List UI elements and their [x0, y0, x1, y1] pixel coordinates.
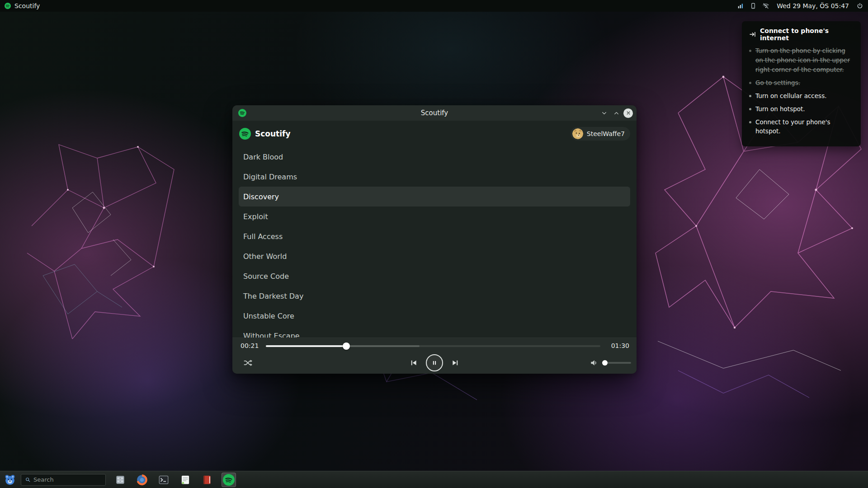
top-bar: Scoutify Wed 29 May, ÖS 05:47 [0, 0, 868, 12]
player-bar: 00:21 01:30 [232, 338, 637, 374]
notes-icon [179, 474, 191, 486]
skip-previous-icon [410, 359, 418, 367]
minimize-button[interactable] [599, 108, 609, 118]
spotify-icon [223, 474, 235, 486]
track-name: Without Escape [243, 332, 300, 338]
focused-app-title: Scoutify [14, 2, 40, 9]
progress-knob[interactable] [343, 343, 350, 350]
file-manager-icon [114, 474, 126, 486]
app-brand: Scoutify [239, 128, 291, 140]
task-item: Go to settings. [749, 78, 854, 88]
pause-icon [430, 359, 439, 367]
task-panel: Connect to phone's internet Turn on the … [742, 21, 861, 146]
close-icon [626, 110, 631, 116]
track-name: Digital Dreams [243, 173, 297, 181]
track-name: Discovery [243, 192, 279, 201]
track-row[interactable]: Dark Blood [239, 147, 630, 167]
power-icon[interactable] [856, 2, 863, 9]
phone-icon[interactable] [750, 2, 757, 9]
bear-menu-icon [4, 474, 16, 486]
desktop: Scoutify Wed 29 May, ÖS 05:47 Connect to… [0, 0, 868, 488]
focused-app-menu[interactable]: Scoutify [5, 2, 40, 9]
task-item: Turn on hotspot. [749, 104, 854, 114]
status-area: Wed 29 May, ÖS 05:47 [737, 2, 863, 9]
track-row[interactable]: Other World [239, 246, 630, 266]
previous-track-button[interactable] [409, 358, 419, 368]
bullet-icon [749, 82, 751, 84]
window-titlebar[interactable]: Scoutify [232, 105, 637, 121]
taskbar-firefox[interactable] [135, 473, 149, 487]
close-button[interactable] [623, 108, 633, 118]
scoutify-logo [239, 128, 251, 140]
elapsed-time: 00:21 [241, 342, 259, 349]
task-item: Connect to your phone's hotspot. [749, 117, 854, 136]
track-name: Dark Blood [243, 153, 283, 161]
window-controls [599, 108, 633, 118]
app-icon [5, 3, 11, 9]
app-header: Scoutify SteelWaffe7 [232, 121, 637, 147]
volume-knob[interactable] [602, 360, 608, 366]
pause-button[interactable] [426, 354, 443, 371]
taskbar-file-manager[interactable] [113, 473, 127, 487]
track-name: The Darkest Day [243, 292, 303, 300]
task-item: Turn on cellular access. [749, 91, 854, 101]
track-row[interactable]: Full Access [239, 226, 630, 246]
track-row[interactable]: Digital Dreams [239, 167, 630, 187]
track-name: Source Code [243, 272, 289, 281]
login-arrow-icon [749, 31, 756, 38]
taskbar-scoutify[interactable] [222, 473, 236, 487]
task-item: Turn on the phone by clicking on the pho… [749, 46, 854, 75]
chevron-up-icon [613, 110, 620, 117]
username: SteelWaffe7 [587, 130, 625, 137]
user-menu[interactable]: SteelWaffe7 [571, 127, 630, 141]
shuffle-button[interactable] [242, 358, 253, 369]
track-row[interactable]: Exploit [239, 206, 630, 226]
track-row[interactable]: Unstable Core [239, 306, 630, 326]
taskbar-search[interactable] [21, 474, 106, 486]
task-item-text: Go to settings. [755, 78, 800, 88]
track-name: Other World [243, 252, 287, 261]
volume-slider[interactable] [602, 360, 631, 366]
transport-controls [409, 354, 460, 371]
task-item-text: Connect to your phone's hotspot. [755, 117, 854, 136]
track-row[interactable]: Without Escape [239, 326, 630, 338]
taskbar [0, 471, 868, 488]
taskbar-apps [113, 473, 236, 487]
track-row[interactable]: Discovery [239, 187, 630, 206]
firefox-icon [136, 474, 148, 486]
start-menu-button[interactable] [4, 473, 18, 487]
task-item-text: Turn on the phone by clicking on the pho… [755, 46, 854, 75]
volume-icon[interactable] [590, 358, 599, 367]
track-row[interactable]: The Darkest Day [239, 286, 630, 306]
track-name: Full Access [243, 232, 283, 241]
task-panel-header: Connect to phone's internet [749, 27, 854, 42]
wifi-off-icon[interactable] [762, 2, 769, 9]
window-title: Scoutify [232, 109, 637, 117]
maximize-button[interactable] [611, 108, 621, 118]
bullet-icon [749, 121, 751, 123]
task-item-text: Turn on cellular access. [755, 91, 826, 101]
taskbar-notes[interactable] [178, 473, 193, 487]
progress-bar[interactable] [266, 343, 600, 350]
book-icon [201, 474, 213, 486]
shuffle-icon [243, 358, 253, 368]
scoutify-window: Scoutify Scoutify [232, 105, 637, 374]
track-name: Unstable Core [243, 312, 294, 320]
taskbar-reader[interactable] [200, 473, 214, 487]
terminal-icon [158, 474, 170, 486]
search-input[interactable] [33, 476, 102, 483]
doge-avatar-icon [572, 128, 583, 139]
track-list: Dark Blood Digital Dreams Discovery Expl… [232, 147, 637, 338]
search-icon [25, 477, 31, 483]
signal-bars-icon[interactable] [737, 2, 744, 9]
task-item-text: Turn on hotspot. [755, 104, 805, 114]
bullet-icon [749, 50, 751, 52]
track-row[interactable]: Source Code [239, 266, 630, 286]
clock[interactable]: Wed 29 May, ÖS 05:47 [775, 2, 851, 9]
taskbar-terminal[interactable] [156, 473, 171, 487]
volume-controls [590, 358, 631, 367]
skip-next-icon [451, 359, 459, 367]
next-track-button[interactable] [450, 358, 460, 368]
task-list: Turn on the phone by clicking on the pho… [749, 46, 854, 136]
chevron-down-icon [601, 110, 608, 117]
